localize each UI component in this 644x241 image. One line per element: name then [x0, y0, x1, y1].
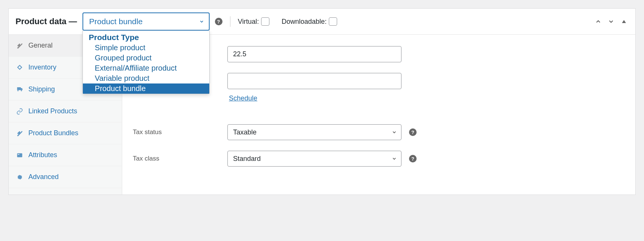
tax-status-label: Tax status	[133, 128, 220, 136]
chevron-down-icon	[608, 18, 614, 25]
sale-price-input[interactable]	[227, 73, 401, 89]
sidebar-item-attributes[interactable]: Attributes	[9, 144, 122, 166]
sidebar-item-bundles[interactable]: Product Bundles	[9, 122, 122, 144]
tax-status-select[interactable]: Taxable	[227, 124, 401, 140]
sidebar-item-label: Linked Products	[28, 107, 77, 115]
help-icon[interactable]: ?	[215, 18, 222, 25]
schedule-row: Schedule	[133, 94, 625, 102]
tag-icon	[16, 64, 23, 71]
dropdown-option-simple[interactable]: Simple product	[83, 43, 209, 53]
truck-icon	[16, 86, 23, 93]
regular-price-input[interactable]	[227, 46, 401, 62]
card-icon	[16, 152, 23, 159]
dropdown-option-bundle[interactable]: Product bundle	[83, 83, 209, 94]
product-type-value: Product bundle	[89, 17, 143, 26]
svg-marker-0	[622, 20, 626, 23]
move-up-button[interactable]	[594, 17, 603, 26]
panel-title: Product data —	[16, 17, 77, 26]
downloadable-checkbox[interactable]	[329, 17, 337, 26]
triangle-up-icon	[621, 19, 627, 25]
sidebar-item-label: General	[28, 42, 53, 49]
downloadable-label: Downloadable:	[282, 18, 327, 26]
tax-class-select[interactable]: Standard	[227, 151, 401, 167]
panel-controls	[594, 17, 628, 26]
dropdown-option-external[interactable]: External/Affiliate product	[83, 63, 209, 73]
tax-class-row: Tax class Standard ?	[133, 145, 625, 172]
sidebar-item-label: Shipping	[28, 85, 55, 93]
header-divider	[230, 16, 230, 27]
svg-rect-1	[17, 153, 22, 157]
product-type-wrapper: Product bundle Product Type Simple produ…	[82, 12, 210, 31]
tax-status-row: Tax status Taxable ?	[133, 119, 625, 145]
svg-rect-2	[18, 154, 20, 155]
toggle-button[interactable]	[619, 17, 628, 26]
chevron-down-icon	[199, 19, 204, 24]
virtual-group: Virtual:	[238, 17, 270, 26]
link-icon	[16, 108, 23, 115]
panel-header: Product data — Product bundle Product Ty…	[9, 9, 635, 35]
chevron-up-icon	[595, 18, 602, 25]
dropdown-option-variable[interactable]: Variable product	[83, 73, 209, 83]
move-down-button[interactable]	[607, 17, 616, 26]
wrench-icon	[16, 42, 23, 49]
sidebar-item-label: Product Bundles	[28, 129, 78, 137]
help-icon[interactable]: ?	[409, 128, 417, 136]
schedule-link[interactable]: Schedule	[229, 94, 257, 102]
virtual-checkbox[interactable]	[261, 17, 269, 26]
product-data-panel: Product data — Product bundle Product Ty…	[8, 8, 636, 195]
dropdown-option-grouped[interactable]: Grouped product	[83, 53, 209, 63]
help-icon[interactable]: ?	[409, 155, 417, 162]
sidebar-item-label: Attributes	[28, 151, 57, 159]
downloadable-group: Downloadable:	[282, 17, 337, 26]
sidebar-item-label: Inventory	[28, 63, 56, 71]
sidebar-item-linked[interactable]: Linked Products	[9, 100, 122, 122]
virtual-label: Virtual:	[238, 18, 259, 26]
product-type-dropdown: Product Type Simple product Grouped prod…	[82, 31, 210, 94]
product-type-select[interactable]: Product bundle	[82, 12, 210, 31]
dropdown-group-label: Product Type	[83, 31, 209, 43]
wrench-icon	[16, 130, 23, 137]
gear-icon	[16, 174, 23, 181]
sidebar-item-advanced[interactable]: Advanced	[9, 166, 122, 188]
sidebar-item-label: Advanced	[28, 173, 59, 181]
tax-class-label: Tax class	[133, 155, 220, 162]
